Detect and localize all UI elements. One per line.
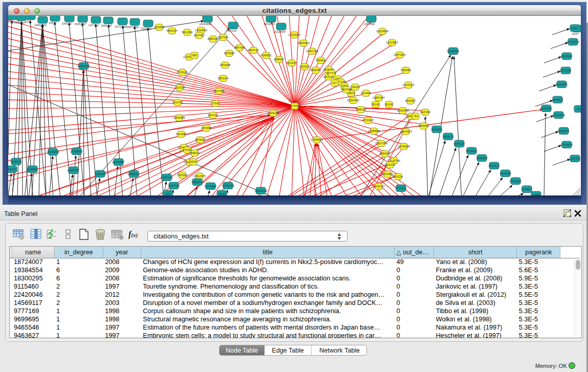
- svg-text:8322037: 8322037: [287, 61, 297, 64]
- svg-text:3875685: 3875685: [224, 52, 235, 55]
- svg-text:7857224: 7857224: [226, 29, 237, 32]
- svg-text:16671355: 16671355: [126, 26, 139, 29]
- svg-text:20206516: 20206516: [47, 150, 59, 154]
- svg-text:7986322: 7986322: [356, 108, 366, 111]
- svg-text:2867608: 2867608: [234, 46, 245, 49]
- svg-text:7485063: 7485063: [401, 69, 411, 72]
- svg-text:10756928: 10756928: [398, 145, 410, 148]
- svg-text:1733426: 1733426: [396, 187, 406, 190]
- svg-text:16648784: 16648784: [447, 50, 459, 53]
- svg-text:15720407: 15720407: [362, 119, 374, 122]
- svg-text:2165: 2165: [25, 20, 31, 23]
- svg-text:1221338: 1221338: [175, 86, 185, 89]
- svg-text:10653267: 10653267: [74, 23, 86, 26]
- svg-text:15751074: 15751074: [567, 40, 579, 43]
- svg-text:10807487: 10807487: [373, 96, 385, 99]
- svg-text:12923448: 12923448: [255, 189, 267, 192]
- svg-text:8427552: 8427552: [214, 90, 225, 93]
- svg-text:23226053: 23226053: [195, 29, 207, 32]
- svg-text:18724007: 18724007: [289, 104, 301, 107]
- svg-text:391514: 391514: [8, 168, 16, 171]
- svg-text:10958107: 10958107: [191, 181, 204, 184]
- svg-text:8990443: 8990443: [311, 69, 321, 72]
- svg-text:82160: 82160: [385, 103, 393, 106]
- svg-text:12213967: 12213967: [386, 41, 398, 44]
- svg-text:9463627: 9463627: [405, 99, 416, 102]
- svg-text:9245: 9245: [219, 192, 225, 195]
- svg-text:9684067: 9684067: [380, 152, 390, 155]
- svg-text:20691406: 20691406: [34, 24, 47, 27]
- svg-text:9699695: 9699695: [419, 124, 429, 127]
- svg-text:15716485: 15716485: [204, 185, 216, 188]
- svg-text:2935114: 2935114: [477, 157, 488, 160]
- svg-text:16782759: 16782759: [222, 184, 234, 187]
- svg-text:317: 317: [333, 81, 337, 84]
- svg-text:19654923: 19654923: [400, 130, 412, 133]
- svg-text:12218506: 12218506: [273, 30, 286, 33]
- svg-text:10654985: 10654985: [173, 116, 185, 119]
- svg-text:746206: 746206: [351, 85, 360, 89]
- svg-text:12942737: 12942737: [67, 169, 79, 172]
- svg-text:18300295: 18300295: [267, 112, 279, 115]
- svg-text:2087682: 2087682: [364, 23, 375, 26]
- svg-text:8912954: 8912954: [182, 31, 193, 34]
- svg-text:1640954: 1640954: [431, 128, 442, 131]
- svg-text:10719155: 10719155: [115, 25, 127, 28]
- svg-text:6879197: 6879197: [454, 142, 465, 145]
- svg-text:10961758: 10961758: [306, 50, 318, 53]
- svg-text:1327602: 1327602: [89, 24, 99, 27]
- svg-text:1498222: 1498222: [189, 151, 200, 155]
- svg-text:16914479: 16914479: [193, 174, 206, 178]
- svg-text:10975887: 10975887: [112, 161, 124, 164]
- svg-text:9474444: 9474444: [466, 149, 477, 152]
- svg-text:17004: 17004: [212, 102, 220, 105]
- svg-text:977716: 977716: [327, 72, 336, 75]
- svg-text:1250513: 1250513: [128, 172, 139, 176]
- svg-text:3267110: 3267110: [208, 114, 219, 117]
- svg-text:1588520: 1588520: [274, 58, 285, 61]
- svg-text:989: 989: [192, 54, 197, 57]
- svg-text:10688609: 10688609: [368, 129, 380, 133]
- svg-text:17957255: 17957255: [161, 176, 173, 179]
- svg-text:19384554: 19384554: [311, 138, 323, 141]
- svg-text:14055: 14055: [8, 20, 14, 23]
- svg-text:14055714: 14055714: [13, 21, 26, 24]
- svg-text:1353594: 1353594: [201, 126, 212, 129]
- svg-text:82160: 82160: [372, 103, 380, 106]
- svg-text:7625402: 7625402: [177, 173, 188, 177]
- svg-text:2609: 2609: [190, 160, 197, 163]
- svg-text:252214: 252214: [394, 175, 403, 178]
- svg-text:1615132: 1615132: [385, 163, 396, 166]
- svg-text:8660124: 8660124: [167, 29, 178, 32]
- svg-text:9227342: 9227342: [560, 69, 571, 72]
- svg-text:1145194: 1145194: [95, 172, 106, 176]
- svg-text:9327546: 9327546: [218, 36, 229, 39]
- svg-text:9327503: 9327503: [194, 34, 205, 37]
- svg-text:2803144: 2803144: [218, 77, 229, 80]
- svg-text:11157: 11157: [571, 27, 578, 30]
- svg-text:1244415: 1244415: [553, 98, 563, 101]
- svg-text:9457791: 9457791: [169, 184, 180, 187]
- svg-text:1156829: 1156829: [27, 168, 38, 171]
- svg-text:1145061: 1145061: [11, 160, 21, 163]
- svg-text:9329966: 9329966: [561, 55, 572, 58]
- svg-text:12975115: 12975115: [402, 83, 415, 86]
- svg-text:13524851: 13524851: [381, 172, 394, 176]
- svg-text:124: 124: [166, 192, 170, 195]
- svg-text:30557: 30557: [49, 21, 57, 25]
- svg-text:1065327: 1065327: [62, 22, 73, 25]
- svg-text:2718126: 2718126: [177, 71, 188, 74]
- svg-text:9146821: 9146821: [261, 54, 272, 57]
- svg-text:8215958: 8215958: [541, 107, 552, 110]
- svg-text:11157: 11157: [572, 32, 579, 35]
- svg-text:9115460: 9115460: [420, 111, 431, 114]
- svg-text:116753: 116753: [571, 157, 580, 160]
- svg-text:8454749: 8454749: [248, 49, 259, 52]
- svg-text:10210643: 10210643: [553, 114, 565, 117]
- svg-text:1916682: 1916682: [176, 133, 187, 136]
- svg-text:9245612: 9245612: [521, 188, 532, 191]
- svg-text:1610755: 1610755: [172, 101, 183, 104]
- svg-text:11325419: 11325419: [288, 33, 300, 36]
- svg-text:29053346: 29053346: [77, 64, 90, 68]
- svg-text:6959213: 6959213: [443, 135, 454, 138]
